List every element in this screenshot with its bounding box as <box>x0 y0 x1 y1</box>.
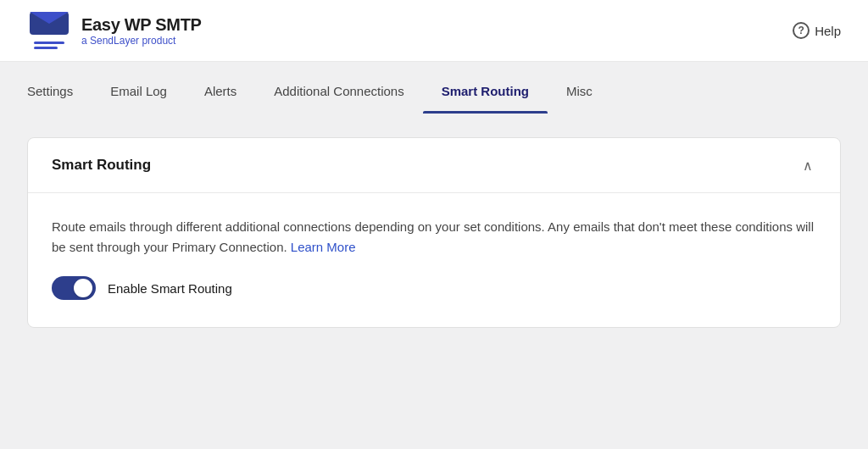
logo-line-1 <box>34 42 64 44</box>
card-title: Smart Routing <box>52 157 151 174</box>
brand-sub: a SendLayer product <box>81 35 202 47</box>
description-text: Route emails through different additiona… <box>52 217 816 258</box>
help-button[interactable]: ? Help <box>793 22 841 39</box>
tab-smart-routing[interactable]: Smart Routing <box>423 69 548 114</box>
help-circle-icon: ? <box>793 22 810 39</box>
card-header: Smart Routing ∧ <box>28 138 840 193</box>
description-content: Route emails through different additiona… <box>52 219 814 254</box>
tab-settings[interactable]: Settings <box>27 69 92 114</box>
card-body: Route emails through different additiona… <box>28 193 840 327</box>
brand-sub-suffix: product <box>139 35 175 47</box>
logo-area: Easy WP SMTP a SendLayer product <box>27 12 202 49</box>
nav-tabs: Settings Email Log Alerts Additional Con… <box>27 62 841 114</box>
tab-alerts[interactable]: Alerts <box>186 69 255 114</box>
chevron-up-icon[interactable]: ∧ <box>799 157 816 174</box>
brand-name: Easy WP SMTP <box>81 15 202 35</box>
logo-envelope-icon <box>30 12 69 35</box>
toggle-row: Enable Smart Routing <box>52 276 816 300</box>
tab-email-log[interactable]: Email Log <box>92 69 186 114</box>
brand-sendlayer: SendLayer <box>90 35 139 47</box>
app-logo <box>27 12 71 49</box>
app-header: Easy WP SMTP a SendLayer product ? Help <box>0 0 868 62</box>
tab-additional-connections[interactable]: Additional Connections <box>255 69 422 114</box>
logo-line-2 <box>34 47 58 49</box>
logo-lines-icon <box>34 42 64 49</box>
brand-sub-prefix: a <box>81 35 90 47</box>
help-label: Help <box>815 24 841 38</box>
learn-more-link[interactable]: Learn More <box>291 240 356 254</box>
main-content: Smart Routing ∧ Route emails through dif… <box>0 114 868 352</box>
smart-routing-card: Smart Routing ∧ Route emails through dif… <box>27 137 841 328</box>
navigation-bar: Settings Email Log Alerts Additional Con… <box>0 62 868 114</box>
toggle-label: Enable Smart Routing <box>108 281 232 296</box>
enable-smart-routing-toggle[interactable] <box>52 276 96 300</box>
brand-text: Easy WP SMTP a SendLayer product <box>81 15 202 47</box>
tab-misc[interactable]: Misc <box>548 69 611 114</box>
